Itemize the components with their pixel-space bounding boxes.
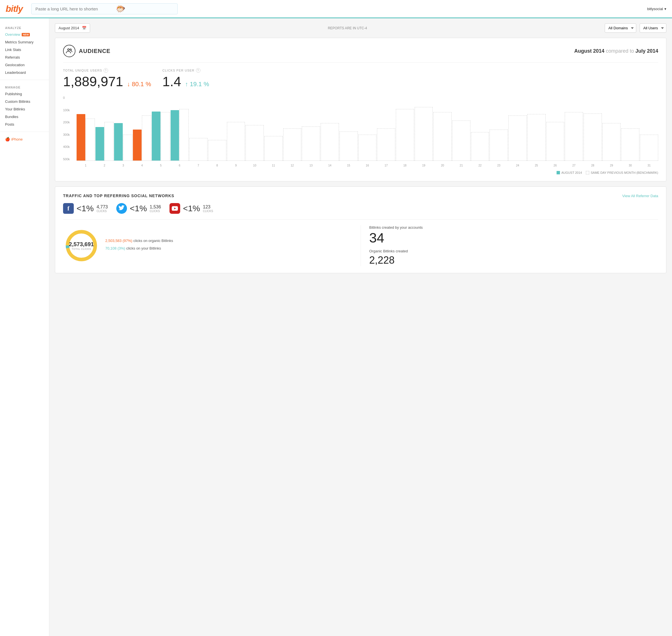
donut-total: 2,573,691 bbox=[69, 241, 94, 247]
sidebar-item-custom-bitlinks[interactable]: Custom Bitlinks bbox=[0, 98, 49, 105]
bar-prev bbox=[359, 135, 377, 161]
bitlinks-created-label: Bitlinks created by your accounts bbox=[369, 225, 658, 230]
donut-center-text: 2,573,691 TOTAL CLICKS bbox=[69, 241, 94, 251]
url-input-area: 🐡 bbox=[31, 3, 647, 14]
sidebar-item-link-stats[interactable]: Link Stats bbox=[0, 46, 49, 54]
bar-prev bbox=[208, 140, 226, 161]
traffic-header: TRAFFIC AND TOP REFERRING SOCIAL NETWORK… bbox=[63, 194, 658, 198]
donut-chart: 2,573,691 TOTAL CLICKS bbox=[63, 227, 100, 264]
bar-group bbox=[302, 96, 320, 161]
youtube-clicks-block: 123 CLICKS bbox=[203, 204, 213, 213]
bar-prev bbox=[621, 128, 639, 161]
x-label: 16 bbox=[359, 164, 377, 167]
facebook-clicks-block: 4,773 CLICKS bbox=[97, 204, 108, 213]
users-select[interactable]: All Users bbox=[639, 23, 666, 33]
bar-group bbox=[546, 96, 565, 161]
bar-group bbox=[471, 96, 489, 161]
x-label: 11 bbox=[264, 164, 283, 167]
sidebar-item-overview[interactable]: Overview NEW bbox=[0, 31, 49, 38]
clicks-per-user-value: 1.4 bbox=[162, 74, 181, 89]
youtube-clicks-num: 123 bbox=[203, 204, 213, 210]
bar-group bbox=[433, 96, 452, 161]
x-label: 9 bbox=[227, 164, 245, 167]
total-users-help-icon[interactable]: ? bbox=[104, 68, 108, 73]
audience-card: AUDIENCE August 2014 compared to July 20… bbox=[55, 38, 666, 181]
x-label: 23 bbox=[490, 164, 508, 167]
bar-prev bbox=[302, 126, 320, 161]
bar-prev bbox=[179, 109, 189, 161]
svg-point-0 bbox=[67, 49, 69, 51]
x-label: 5 bbox=[152, 164, 170, 167]
x-label: 19 bbox=[415, 164, 433, 167]
bitlinks-section: Bitlinks created by your accounts 34 Org… bbox=[361, 225, 658, 266]
clicks-per-user-label: CLICKS PER USER ? bbox=[162, 68, 209, 73]
x-label: 30 bbox=[621, 164, 639, 167]
bar-group bbox=[264, 96, 283, 161]
your-value: 70,108 bbox=[105, 246, 117, 251]
new-badge: NEW bbox=[22, 33, 30, 36]
domains-select[interactable]: All Domains bbox=[605, 23, 636, 33]
donut-label: TOTAL CLICKS bbox=[69, 247, 94, 251]
sidebar-item-referrals[interactable]: Referrals bbox=[0, 54, 49, 61]
metrics-row: TOTAL UNIQUE USERS ? 1,889,971 ↓ 80.1 % … bbox=[63, 68, 658, 89]
total-users-block: TOTAL UNIQUE USERS ? 1,889,971 ↓ 80.1 % bbox=[63, 68, 151, 89]
header: bitly 🐡 bitlysocial ▾ bbox=[0, 0, 672, 18]
url-input[interactable] bbox=[31, 3, 178, 14]
x-label: 28 bbox=[584, 164, 602, 167]
bar-group bbox=[245, 96, 264, 161]
clicks-per-user-value-row: 1.4 ↑ 19.1 % bbox=[162, 74, 209, 89]
sidebar-item-leaderboard[interactable]: Leaderboard bbox=[0, 69, 49, 76]
clicks-per-user-help-icon[interactable]: ? bbox=[196, 68, 200, 73]
x-label: 1 bbox=[77, 164, 95, 167]
sidebar-item-geolocation[interactable]: Geolocation bbox=[0, 61, 49, 69]
twitter-clicks-label: CLICKS bbox=[150, 210, 161, 213]
svg-point-1 bbox=[70, 49, 72, 51]
bar-prev bbox=[161, 112, 170, 161]
twitter-icon bbox=[116, 203, 127, 214]
x-label: 8 bbox=[208, 164, 226, 167]
user-menu[interactable]: bitlysocial ▾ bbox=[647, 7, 666, 11]
legend-aug-color bbox=[556, 171, 560, 174]
bar-prev bbox=[640, 135, 658, 161]
bar-prev bbox=[377, 128, 395, 161]
donut-legend-organic: 2,503,583 (97%) clicks on organic Bitlin… bbox=[105, 238, 173, 244]
bar-group bbox=[114, 96, 132, 161]
bar-group bbox=[640, 96, 658, 161]
donut-legend-your: 70,108 (3%) clicks on your Bitlinks bbox=[105, 245, 173, 251]
bar-prev bbox=[471, 132, 489, 161]
bar-prev bbox=[245, 125, 264, 161]
sidebar-item-publishing[interactable]: Publishing bbox=[0, 90, 49, 98]
bar-prev bbox=[490, 130, 508, 161]
view-all-referrer-link[interactable]: View All Referrer Data bbox=[622, 194, 658, 198]
analyze-section-label: ANALYZE bbox=[0, 24, 49, 31]
legend-prev-color bbox=[586, 171, 589, 174]
clicks-per-user-block: CLICKS PER USER ? 1.4 ↑ 19.1 % bbox=[162, 68, 209, 89]
compared-to-text: compared to bbox=[606, 48, 635, 54]
sidebar-item-iphone[interactable]: 🍎 iPhone bbox=[0, 135, 49, 143]
bar-prev bbox=[546, 122, 565, 161]
sidebar-item-posts[interactable]: Posts bbox=[0, 121, 49, 128]
bar-group bbox=[359, 96, 377, 161]
stats-bottom: 2,573,691 TOTAL CLICKS 2,503,583 (97%) c… bbox=[63, 225, 658, 266]
sidebar: ANALYZE Overview NEW Metrics Summary Lin… bbox=[0, 18, 49, 636]
bar-group bbox=[527, 96, 546, 161]
x-label: 3 bbox=[114, 164, 132, 167]
bar-prev bbox=[452, 121, 470, 161]
sidebar-item-bundles[interactable]: Bundles bbox=[0, 113, 49, 121]
x-label: 29 bbox=[603, 164, 621, 167]
bar-aug bbox=[170, 110, 179, 161]
apple-icon: 🍎 bbox=[5, 137, 10, 141]
bar-group bbox=[565, 96, 583, 161]
sidebar-item-metrics-summary[interactable]: Metrics Summary bbox=[0, 38, 49, 46]
sidebar-item-your-bitlinks[interactable]: Your Bitlinks bbox=[0, 105, 49, 113]
bar-prev bbox=[123, 135, 132, 161]
social-item-youtube: <1% 123 CLICKS bbox=[169, 203, 213, 214]
logo: bitly bbox=[6, 4, 23, 14]
bar-group bbox=[96, 96, 114, 161]
your-desc: clicks on your Bitlinks bbox=[126, 246, 161, 251]
social-item-twitter: <1% 1,536 CLICKS bbox=[116, 203, 161, 214]
date-picker[interactable]: August 2014 📅 bbox=[55, 23, 90, 33]
social-networks-row: f <1% 4,773 CLICKS <1% 1,536 CLICKS bbox=[63, 203, 658, 220]
youtube-icon bbox=[169, 203, 180, 214]
x-label: 17 bbox=[377, 164, 395, 167]
